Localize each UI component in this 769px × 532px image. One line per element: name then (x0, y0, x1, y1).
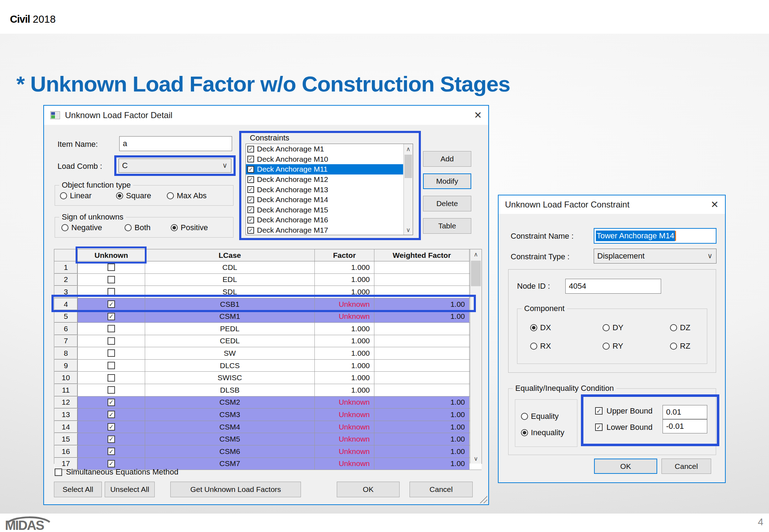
unknown-checkbox[interactable]: ✓ (108, 399, 115, 406)
lcase-cell[interactable]: CSM2 (145, 397, 315, 409)
constraints-list[interactable]: ✓Deck Anchorage M1✓Deck Anchorage M10✓De… (246, 144, 413, 235)
unknown-checkbox[interactable] (108, 374, 115, 382)
close-icon[interactable]: ✕ (474, 111, 482, 120)
load-comb-select[interactable]: C ∨ (119, 159, 231, 173)
weighted-factor-cell[interactable] (374, 274, 469, 286)
lcase-cell[interactable]: CSM5 (145, 433, 315, 445)
weighted-factor-cell[interactable] (374, 335, 469, 347)
upper-bound-field[interactable]: 0.01 (663, 405, 707, 419)
constraint-list-item[interactable]: ✓Deck Anchorage M16 (246, 215, 403, 225)
weighted-factor-cell[interactable]: 1.00 (374, 458, 469, 470)
constraint-type-select[interactable]: Displacement ∨ (594, 249, 716, 264)
unknown-checkbox[interactable] (108, 264, 115, 271)
weighted-factor-cell[interactable]: 1.00 (374, 298, 469, 310)
row-number-cell[interactable]: 7 (54, 335, 78, 347)
factor-cell[interactable]: Unknown (315, 409, 374, 421)
node-id-input[interactable]: 4054 (565, 279, 661, 294)
lower-bound-field[interactable]: -0.01 (663, 419, 707, 433)
radio-positive[interactable]: Positive (171, 223, 208, 232)
unknown-cell[interactable]: ✓ (78, 310, 145, 322)
unknown-cell[interactable] (78, 286, 145, 298)
factor-cell[interactable]: Unknown (315, 310, 374, 322)
unknown-cell[interactable]: ✓ (78, 298, 145, 310)
weighted-factor-cell[interactable] (374, 384, 469, 396)
constraint-checkbox[interactable]: ✓ (247, 196, 254, 203)
delete-button[interactable]: Delete (423, 196, 471, 211)
radio-max-abs[interactable]: Max Abs (167, 191, 207, 200)
detail-dialog-titlebar[interactable]: Unknown Load Factor Detail ✕ (44, 106, 488, 125)
weighted-factor-cell[interactable] (374, 360, 469, 372)
row-number-cell[interactable]: 4 (54, 298, 78, 310)
select-all-button[interactable]: Select All (54, 482, 102, 497)
factor-cell[interactable]: 1.000 (315, 372, 374, 384)
radio-dy[interactable]: DY (603, 323, 624, 332)
factor-cell[interactable]: Unknown (315, 433, 374, 445)
constraint-list-item[interactable]: ✓Deck Anchorage M15 (246, 205, 403, 215)
constraint-checkbox[interactable]: ✓ (247, 166, 254, 173)
add-button[interactable]: Add (423, 151, 471, 167)
weighted-factor-cell[interactable]: 1.00 (374, 433, 469, 445)
unknown-checkbox[interactable]: ✓ (108, 448, 115, 455)
lcase-cell[interactable]: CSM1 (145, 310, 315, 322)
scroll-down-icon[interactable]: ∨ (404, 225, 413, 235)
unknown-cell[interactable]: ✓ (78, 397, 145, 409)
scrollbar-thumb[interactable] (471, 261, 481, 286)
item-name-input[interactable]: a (119, 136, 232, 151)
lcase-cell[interactable]: PEDL (145, 323, 315, 335)
constraint-list-item[interactable]: ✓Deck Anchorage M10 (246, 154, 403, 165)
factor-cell[interactable]: 1.000 (315, 335, 374, 347)
scrollbar-thumb[interactable] (405, 155, 412, 178)
unknown-checkbox[interactable] (108, 276, 115, 283)
ok-button[interactable]: OK (594, 459, 657, 474)
simultaneous-equations-checkbox[interactable] (55, 469, 62, 476)
radio-linear[interactable]: Linear (60, 191, 92, 200)
row-number-cell[interactable]: 14 (54, 421, 78, 433)
weighted-factor-cell[interactable]: 1.00 (374, 310, 469, 322)
unknown-cell[interactable] (78, 274, 145, 286)
row-number-cell[interactable]: 10 (54, 372, 78, 384)
row-number-cell[interactable]: 8 (54, 347, 78, 359)
factor-cell[interactable]: 1.000 (315, 360, 374, 372)
factor-cell[interactable]: 1.000 (315, 384, 374, 396)
table-button[interactable]: Table (423, 218, 471, 234)
cancel-button[interactable]: Cancel (410, 482, 473, 497)
scroll-down-icon[interactable]: ∨ (470, 454, 482, 464)
table-scrollbar[interactable]: ∧ ∨ (470, 249, 482, 464)
ok-button[interactable]: OK (337, 482, 400, 497)
radio-square[interactable]: Square (116, 191, 151, 200)
close-icon[interactable]: ✕ (710, 200, 719, 210)
constraint-checkbox[interactable]: ✓ (247, 186, 254, 193)
lcase-cell[interactable]: CEDL (145, 335, 315, 347)
constraint-checkbox[interactable]: ✓ (247, 217, 254, 223)
weighted-factor-cell[interactable] (374, 347, 469, 359)
radio-dz[interactable]: DZ (670, 323, 690, 332)
unknown-cell[interactable] (78, 360, 145, 372)
resize-grip[interactable] (479, 495, 487, 503)
row-number-cell[interactable]: 2 (54, 274, 78, 286)
unknown-checkbox[interactable]: ✓ (108, 423, 115, 431)
row-number-cell[interactable]: 3 (54, 286, 78, 298)
constraint-checkbox[interactable]: ✓ (247, 227, 254, 234)
weighted-factor-cell[interactable]: 1.00 (374, 397, 469, 409)
factor-cell[interactable]: Unknown (315, 421, 374, 433)
weighted-factor-cell[interactable]: 1.00 (374, 409, 469, 421)
radio-dx[interactable]: DX (530, 323, 551, 332)
unknown-checkbox[interactable]: ✓ (108, 411, 115, 418)
constraint-checkbox[interactable]: ✓ (247, 146, 254, 153)
weighted-factor-cell[interactable] (374, 372, 469, 384)
factor-cell[interactable]: 1.000 (315, 347, 374, 359)
unknown-cell[interactable] (78, 323, 145, 335)
unknown-checkbox[interactable]: ✓ (108, 436, 115, 443)
radio-rz[interactable]: RZ (670, 342, 690, 351)
modify-button[interactable]: Modify (423, 173, 471, 189)
radio-ry[interactable]: RY (603, 342, 623, 351)
constraint-checkbox[interactable]: ✓ (247, 206, 254, 213)
unknown-cell[interactable]: ✓ (78, 445, 145, 458)
radio-negative[interactable]: Negative (61, 223, 102, 232)
factor-cell[interactable]: 1.000 (315, 323, 374, 335)
unknown-checkbox[interactable] (108, 337, 115, 345)
constraint-list-item[interactable]: ✓Deck Anchorage M11 (246, 164, 403, 174)
constraint-list-item[interactable]: ✓Deck Anchorage M12 (246, 174, 403, 185)
row-number-cell[interactable]: 6 (54, 323, 78, 335)
lcase-cell[interactable]: CDL (145, 261, 315, 273)
